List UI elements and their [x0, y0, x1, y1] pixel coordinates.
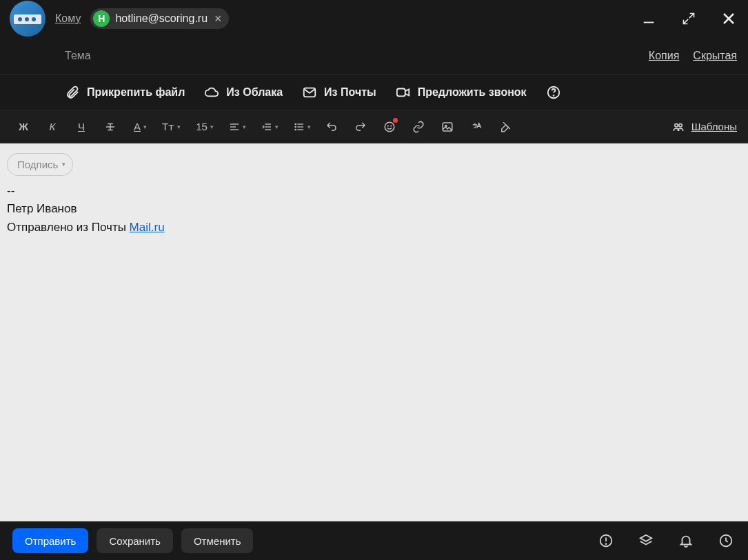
underline-button[interactable]: Ч — [70, 116, 92, 138]
signature-label: Подпись — [17, 157, 58, 172]
indent-button[interactable]: ▾ — [256, 116, 281, 138]
attach-mail-label: Из Почты — [324, 86, 376, 99]
svg-point-25 — [678, 123, 682, 127]
svg-point-18 — [295, 129, 296, 130]
bcc-link[interactable]: Скрытая — [693, 50, 737, 62]
link-button[interactable] — [407, 116, 429, 138]
to-label[interactable]: Кому — [55, 12, 81, 25]
notify-icon[interactable] — [676, 531, 696, 550]
minimize-icon[interactable] — [640, 10, 657, 27]
subject-input[interactable] — [65, 50, 635, 62]
mailru-link[interactable]: Mail.ru — [130, 221, 165, 234]
remove-recipient-icon[interactable]: × — [213, 12, 223, 25]
sender-avatar[interactable] — [10, 1, 46, 37]
svg-point-21 — [391, 126, 392, 126]
svg-point-28 — [606, 543, 607, 544]
signature-name: Петр Иванов — [7, 200, 741, 218]
to-row: Кому Н hotline@scoring.ru × — [0, 0, 748, 37]
recipient-avatar: Н — [93, 10, 110, 27]
recipient-email: hotline@scoring.ru — [115, 12, 208, 25]
bold-button[interactable]: Ж — [12, 116, 34, 138]
receipt-icon[interactable] — [636, 531, 656, 550]
format-toolbar: Ж К Ч А▾ Tᴛ▾ 15▾ ▾ ▾ ▾ — [0, 110, 748, 143]
propose-call-label: Предложить звонок — [418, 86, 527, 99]
editor-body[interactable]: Подпись ▾ -- Петр Иванов Отправлено из П… — [0, 143, 748, 521]
cancel-button[interactable]: Отменить — [181, 528, 254, 553]
window-controls — [640, 10, 737, 27]
text-color-button[interactable]: А▾ — [128, 116, 150, 138]
attach-file-label: Прикрепить файл — [87, 86, 185, 99]
text-case-button[interactable]: Tᴛ▾ — [156, 116, 183, 138]
emoji-button[interactable] — [378, 116, 401, 138]
image-button[interactable] — [436, 116, 458, 138]
footer: Отправить Сохранить Отменить — [0, 521, 748, 560]
templates-button[interactable]: Шаблоны — [672, 121, 737, 133]
undo-button[interactable] — [321, 116, 343, 138]
important-icon[interactable] — [596, 531, 616, 550]
expand-icon[interactable] — [680, 10, 697, 27]
align-button[interactable]: ▾ — [223, 116, 249, 138]
font-size-button[interactable]: 15▾ — [190, 116, 216, 138]
close-icon[interactable] — [720, 10, 737, 27]
strikethrough-button[interactable] — [99, 116, 121, 138]
templates-label: Шаблоны — [691, 121, 737, 132]
signature-separator: -- — [7, 182, 741, 200]
svg-point-16 — [295, 123, 296, 124]
save-button[interactable]: Сохранить — [97, 528, 173, 553]
emoji-notification-dot — [393, 118, 398, 123]
translate-button[interactable] — [465, 116, 487, 138]
attach-cloud-label: Из Облака — [226, 86, 283, 99]
attach-file-button[interactable]: Прикрепить файл — [65, 85, 185, 100]
recipient-chip[interactable]: Н hotline@scoring.ru × — [90, 8, 228, 29]
svg-rect-4 — [397, 88, 405, 96]
svg-point-17 — [295, 126, 296, 127]
svg-point-19 — [385, 122, 394, 132]
propose-call-button[interactable]: Предложить звонок — [396, 85, 527, 100]
help-button[interactable] — [546, 85, 561, 100]
svg-point-20 — [387, 126, 388, 126]
cloud-icon — [204, 85, 219, 100]
svg-point-6 — [553, 95, 554, 96]
paperclip-icon — [65, 85, 80, 100]
mail-icon — [302, 85, 317, 100]
schedule-icon[interactable] — [716, 531, 736, 550]
attach-mail-button[interactable]: Из Почты — [302, 85, 376, 100]
attach-row: Прикрепить файл Из Облака Из Почты Предл… — [0, 74, 748, 110]
redo-button[interactable] — [350, 116, 372, 138]
video-icon — [396, 85, 411, 100]
signature-sent-line: Отправлено из Почты Mail.ru — [7, 219, 741, 237]
cc-link[interactable]: Копия — [649, 50, 679, 62]
italic-button[interactable]: К — [41, 116, 63, 138]
help-icon — [546, 85, 561, 100]
signature-selector[interactable]: Подпись ▾ — [7, 153, 73, 176]
subject-row: Копия Скрытая — [0, 37, 748, 74]
attach-cloud-button[interactable]: Из Облака — [204, 85, 283, 100]
list-button[interactable]: ▾ — [288, 116, 314, 138]
svg-point-24 — [674, 123, 678, 127]
send-button[interactable]: Отправить — [12, 528, 88, 553]
chevron-down-icon: ▾ — [62, 160, 65, 170]
clear-format-button[interactable] — [494, 116, 516, 138]
